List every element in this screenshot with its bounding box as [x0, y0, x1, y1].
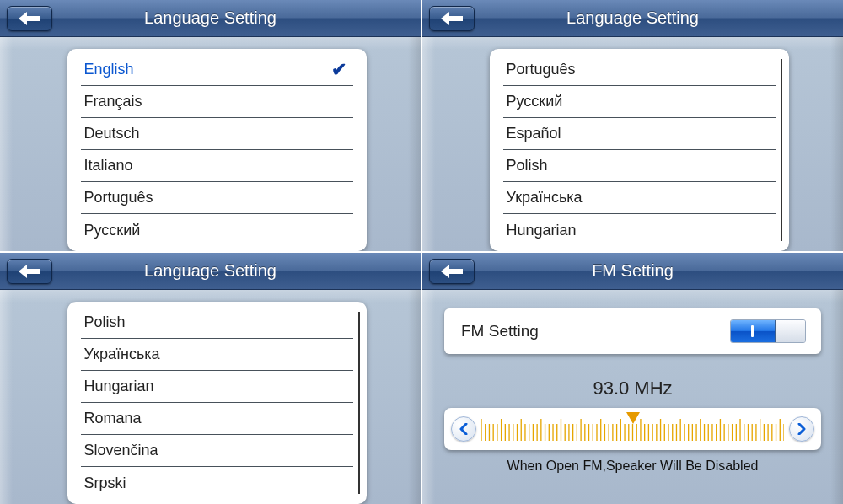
back-button[interactable]	[7, 259, 52, 284]
language-item[interactable]: Romana	[81, 403, 353, 435]
language-item[interactable]: Русский	[81, 214, 353, 246]
language-item[interactable]: English ✔	[81, 54, 353, 86]
language-label: Srpski	[84, 475, 126, 492]
frequency-readout: 93.0 MHz	[444, 378, 821, 399]
language-label: Português	[507, 61, 576, 78]
page-title: Language Setting	[422, 8, 843, 28]
language-item[interactable]: Українська	[81, 339, 353, 371]
titlebar: Language Setting	[0, 253, 421, 290]
language-label: Español	[507, 125, 561, 142]
scroll-indicator[interactable]	[358, 312, 360, 494]
frequency-pointer-icon	[626, 412, 640, 424]
language-label: Hungarian	[507, 222, 577, 239]
language-label: Slovenčina	[84, 442, 158, 459]
freq-up-button[interactable]	[789, 416, 814, 442]
fm-hint-text: When Open FM,Speaker Will Be Disabled	[444, 458, 821, 474]
fm-toggle-card: FM Setting	[444, 308, 821, 354]
content-area: FM Setting 93.0 MHz	[422, 290, 843, 474]
language-label: Deutsch	[84, 125, 140, 142]
language-list: Português Русский Español Polish Українс…	[490, 49, 789, 251]
language-item[interactable]: Slovenčina	[81, 435, 353, 467]
back-arrow-icon	[19, 12, 40, 25]
language-item[interactable]: Deutsch	[81, 118, 353, 150]
scroll-indicator[interactable]	[781, 59, 782, 241]
language-item[interactable]: Español	[503, 118, 776, 150]
titlebar: Language Setting	[422, 0, 843, 37]
language-label: Українська	[84, 346, 160, 363]
language-label: Русский	[84, 222, 141, 239]
back-arrow-icon	[441, 265, 463, 278]
language-item[interactable]: Italiano	[81, 150, 353, 182]
language-item[interactable]: Polish	[81, 307, 353, 339]
language-label: Русский	[507, 93, 563, 110]
page-title: Language Setting	[0, 8, 421, 28]
language-label: Polish	[84, 314, 126, 331]
language-label: Français	[84, 93, 142, 110]
back-button[interactable]	[429, 6, 475, 31]
language-item[interactable]: Português	[503, 54, 776, 86]
content-area: Polish Українська Hungarian Romana Slove…	[0, 290, 421, 504]
content-area: English ✔ Français Deutsch Italiano Port…	[0, 37, 421, 251]
language-label: Português	[84, 189, 153, 206]
back-arrow-icon	[19, 265, 40, 278]
language-item[interactable]: Português	[81, 182, 353, 214]
page-title: FM Setting	[422, 261, 843, 281]
toggle-on-segment	[731, 320, 776, 342]
fm-toggle[interactable]	[730, 319, 806, 343]
chevron-left-icon	[459, 423, 469, 435]
language-item[interactable]: Українська	[503, 182, 776, 214]
back-button[interactable]	[429, 259, 475, 284]
chevron-right-icon	[797, 423, 807, 435]
language-item[interactable]: Srpski	[81, 467, 353, 499]
back-button[interactable]	[7, 6, 52, 31]
freq-down-button[interactable]	[451, 416, 476, 442]
language-item[interactable]: Français	[81, 86, 353, 118]
language-label: English	[84, 61, 134, 78]
language-label: Hungarian	[84, 378, 154, 395]
frequency-scale[interactable]	[481, 416, 784, 442]
page-title: Language Setting	[0, 261, 421, 281]
toggle-knob	[776, 320, 805, 342]
language-panel-2: Language Setting Português Русский Españ…	[422, 0, 843, 251]
language-list: English ✔ Français Deutsch Italiano Port…	[67, 49, 367, 251]
back-arrow-icon	[441, 12, 463, 25]
language-label: Українська	[507, 189, 583, 206]
language-list: Polish Українська Hungarian Romana Slove…	[67, 302, 367, 504]
fm-toggle-label: FM Setting	[461, 322, 539, 340]
language-item[interactable]: Hungarian	[81, 371, 353, 403]
content-area: Português Русский Español Polish Українс…	[422, 37, 843, 251]
language-label: Polish	[507, 157, 548, 174]
titlebar: Language Setting	[0, 0, 421, 37]
language-panel-1: Language Setting English ✔ Français Deut…	[0, 0, 421, 251]
fm-panel: FM Setting FM Setting 93.0 MHz	[422, 253, 843, 504]
titlebar: FM Setting	[422, 253, 843, 290]
language-item[interactable]: Hungarian	[503, 214, 776, 246]
language-label: Romana	[84, 410, 142, 427]
language-item[interactable]: Polish	[503, 150, 776, 182]
language-label: Italiano	[84, 157, 133, 174]
language-panel-3: Language Setting Polish Українська Hunga…	[0, 253, 421, 504]
check-icon: ✔	[331, 59, 346, 81]
frequency-block: 93.0 MHz When Open FM,Speaker Will Be Di…	[444, 378, 821, 474]
language-item[interactable]: Русский	[503, 86, 776, 118]
frequency-dial	[444, 408, 821, 450]
